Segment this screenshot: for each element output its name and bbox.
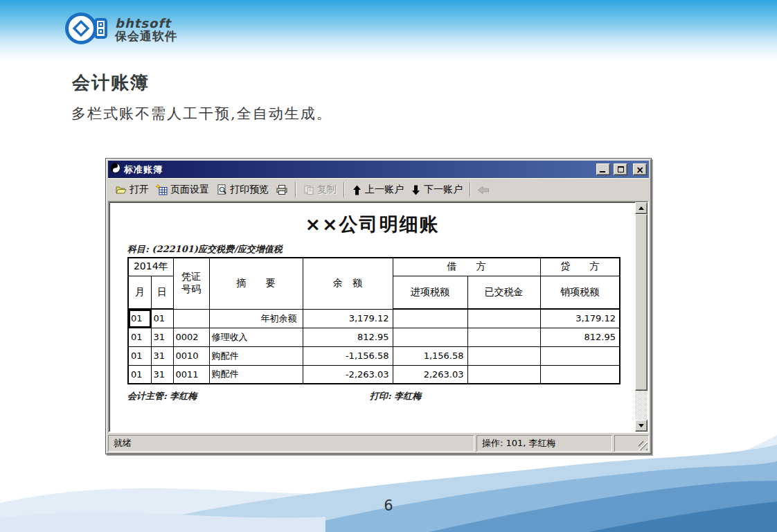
window-taiji-icon: [110, 163, 120, 176]
toolbar: 打开页面设置打印预览复制上一账户下一账户: [108, 178, 649, 201]
table-cell[interactable]: [467, 365, 540, 384]
toolbar-button-label: 页面设置: [170, 184, 209, 196]
col-header-balance: 余 额: [303, 258, 393, 309]
toolbar-separator: [295, 182, 296, 197]
table-cell[interactable]: [540, 365, 620, 384]
col-header-summary: 摘 要: [209, 258, 303, 309]
table-cell[interactable]: 812.95: [540, 328, 620, 346]
col-header-month: 月: [128, 276, 151, 309]
copy-icon: [303, 185, 314, 195]
table-cell[interactable]: [540, 346, 620, 365]
table-row: 01310011购配件-2,263.032,263.03: [128, 365, 620, 384]
toolbar-button-copy[interactable]: 复制: [300, 181, 340, 198]
table-cell[interactable]: 01: [128, 309, 151, 328]
window-title: 标准账簿: [124, 163, 593, 176]
company-logo: bhtsoft 保会通软件: [64, 10, 177, 49]
close-icon: ×: [636, 166, 644, 173]
scroll-up-button[interactable]: [635, 202, 648, 214]
scrollbar-thumb[interactable]: [635, 214, 648, 391]
window-client-area: ××公司明细账 科目: (222101)应交税费/应交增值税 2014年凭证号码…: [108, 201, 649, 433]
up-triangle-icon: [638, 206, 644, 210]
open-folder-icon: [115, 185, 127, 195]
slide: bhtsoft 保会通软件 会计账簿 多栏式账不需人工干预,全自动生成。 标准账…: [0, 0, 777, 532]
table-cell[interactable]: 01: [128, 365, 151, 384]
table-cell[interactable]: 修理收入: [209, 328, 303, 346]
table-cell[interactable]: 3,179.12: [303, 309, 393, 328]
up-arrow-icon: [352, 185, 362, 195]
table-cell[interactable]: 购配件: [209, 365, 303, 384]
table-cell[interactable]: [467, 328, 540, 346]
toolbar-button-print[interactable]: [272, 182, 292, 197]
table-cell[interactable]: 812.95: [303, 328, 393, 346]
table-cell[interactable]: 0011: [173, 365, 209, 384]
table-cell[interactable]: 31: [151, 365, 173, 384]
table-cell[interactable]: [393, 328, 467, 346]
table-cell[interactable]: 31: [151, 346, 173, 365]
slide-heading: 会计账簿: [72, 71, 150, 95]
col-header-output-tax: 销项税额: [540, 276, 620, 309]
table-cell[interactable]: 3,179.12: [540, 309, 620, 328]
brand-name-cn: 保会通软件: [115, 30, 177, 43]
brand-name: bhtsoft: [115, 17, 177, 30]
table-cell[interactable]: 2,263.03: [393, 365, 467, 384]
table-cell[interactable]: 1,156.58: [393, 346, 467, 365]
table-cell[interactable]: 年初余额: [209, 309, 303, 328]
toolbar-button-label: 下一账户: [424, 184, 463, 196]
toolbar-button-label: 打印预览: [230, 184, 269, 196]
app-window: 标准账簿 × 打开页面设置打印预览复制上一账户下一账户 ××公司明细账 科目: …: [105, 158, 652, 454]
table-cell[interactable]: 0002: [173, 328, 209, 346]
close-button[interactable]: ×: [633, 163, 647, 175]
table-cell[interactable]: 31: [151, 328, 173, 346]
scrollbar-track[interactable]: [635, 214, 648, 420]
toolbar-button-next-account[interactable]: 下一账户: [407, 181, 466, 198]
collapse-left-icon: [478, 186, 489, 195]
ledger-title: ××公司明细账: [109, 212, 635, 237]
toolbar-button-collapse[interactable]: [474, 184, 492, 197]
table-cell[interactable]: [173, 309, 209, 328]
page-number: 6: [0, 497, 777, 514]
toolbar-separator: [343, 182, 345, 197]
table-row: 01310010购配件-1,156.581,156.58: [128, 346, 620, 365]
toolbar-button-open[interactable]: 打开: [111, 181, 152, 198]
table-cell[interactable]: 0010: [173, 346, 209, 365]
table-cell[interactable]: [467, 346, 540, 365]
col-header-day: 日: [151, 276, 173, 309]
ledger-table: 2014年凭证号码摘 要余 额借 方贷 方月日进项税额已交税金销项税额0101年…: [127, 257, 620, 384]
maximize-button[interactable]: [614, 163, 627, 175]
table-cell[interactable]: 购配件: [209, 346, 303, 365]
toolbar-button-label: 复制: [317, 184, 337, 196]
slide-paragraph: 多栏式账不需人工干预,全自动生成。: [71, 104, 332, 123]
window-titlebar[interactable]: 标准账簿 ×: [108, 161, 649, 178]
col-header-debit-group: 借 方: [393, 258, 540, 276]
table-cell[interactable]: -1,156.58: [303, 346, 393, 365]
col-header-voucher: 凭证号码: [173, 258, 209, 309]
minimize-icon: [600, 171, 605, 172]
col-header-year: 2014年: [128, 258, 173, 276]
table-row: 0101年初余额3,179.123,179.12: [128, 309, 620, 328]
coin-logo-icon: [64, 10, 109, 49]
page-setup-icon: [156, 184, 168, 195]
col-header-credit-group: 贷 方: [540, 258, 620, 276]
footer-printer: 打印: 李红梅: [370, 390, 421, 402]
minimize-button[interactable]: [596, 163, 610, 175]
toolbar-button-label: 上一账户: [365, 184, 404, 196]
table-cell[interactable]: 01: [128, 328, 151, 346]
col-header-paid-tax: 已交税金: [467, 276, 540, 309]
ledger-subject: 科目: (222101)应交税费/应交增值税: [127, 243, 635, 256]
ledger-document: ××公司明细账 科目: (222101)应交税费/应交增值税 2014年凭证号码…: [109, 202, 635, 432]
table-cell[interactable]: -2,263.03: [303, 365, 393, 384]
toolbar-separator: [470, 182, 471, 197]
table-cell[interactable]: [393, 309, 467, 328]
toolbar-button-print-preview[interactable]: 打印预览: [213, 181, 272, 198]
table-cell[interactable]: [467, 309, 540, 328]
footer-accountant: 会计主管: 李红梅: [127, 391, 197, 401]
table-cell[interactable]: 01: [151, 309, 173, 328]
table-row: 01310002修理收入812.95812.95: [128, 328, 620, 346]
maximize-icon: [618, 166, 624, 172]
toolbar-button-prev-account[interactable]: 上一账户: [348, 181, 407, 198]
toolbar-button-page-setup[interactable]: 页面设置: [152, 181, 213, 198]
print-preview-icon: [216, 184, 227, 195]
table-cell[interactable]: 01: [128, 346, 151, 365]
printer-icon: [276, 184, 288, 195]
vertical-scrollbar[interactable]: [635, 202, 648, 432]
